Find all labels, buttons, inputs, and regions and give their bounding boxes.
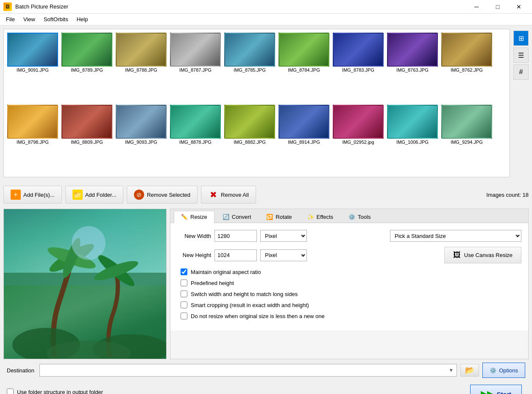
width-input[interactable]	[214, 230, 257, 242]
list-item[interactable]: IMG_8788.JPG	[116, 33, 167, 101]
menu-help[interactable]: Help	[72, 14, 92, 24]
list-item[interactable]: IMG_8787.JPG	[170, 33, 221, 101]
maintain-aspect-label[interactable]: Maintain original aspect ratio	[191, 269, 261, 275]
destination-bar: Destination ▼ 📂 ⚙️ Options	[3, 359, 529, 381]
close-button[interactable]: ✕	[509, 0, 529, 14]
thumbnail	[7, 105, 58, 139]
list-item[interactable]: IMG_8763.JPG	[387, 33, 438, 101]
tab-convert[interactable]: 🔄 Convert	[215, 211, 259, 223]
standard-size-select[interactable]: Pick a Standard Size	[390, 230, 521, 242]
list-item[interactable]: IMG_8784.JPG	[279, 33, 329, 101]
remove-selected-button[interactable]: ⊘ Remove Selected	[127, 186, 198, 204]
do-not-resize-checkbox[interactable]	[181, 313, 187, 319]
resize-tab-icon: ✏️	[181, 214, 188, 220]
list-item[interactable]: IMG_8762.JPG	[441, 33, 492, 101]
settings-panel: ✏️ Resize 🔄 Convert 🔁 Rotate ✨ Effects ⚙…	[170, 209, 529, 359]
tab-rotate[interactable]: 🔁 Rotate	[259, 211, 299, 223]
start-button[interactable]: ▶▶ Start	[470, 385, 522, 394]
title-bar: 🖼 Batch Picture Resizer ─ □ ✕	[0, 0, 532, 14]
thumbnail	[61, 33, 112, 67]
add-folder-button[interactable]: 📁 Add Folder...	[65, 186, 124, 204]
list-item[interactable]: IMG_8785.JPG	[224, 33, 275, 101]
preview-panel	[3, 209, 167, 359]
menu-view[interactable]: View	[19, 14, 39, 24]
thumbnail	[441, 105, 492, 139]
effects-tab-label: Effects	[317, 214, 334, 220]
app-icon: 🖼	[3, 3, 12, 11]
image-grid: IMG_9091.JPG IMG_8789.JPG IMG_8788.JPG I…	[4, 29, 510, 177]
options-gear-icon: ⚙️	[490, 367, 496, 374]
thumbnail	[279, 105, 329, 139]
list-item[interactable]: IMG_8789.JPG	[61, 33, 112, 101]
thumbnail	[279, 33, 329, 67]
use-folder-structure-checkbox[interactable]	[7, 388, 14, 394]
height-input[interactable]	[214, 249, 257, 261]
view-list-button[interactable]: ☰	[513, 48, 529, 63]
view-thumbnails-button[interactable]: ⊞	[513, 31, 529, 46]
predefined-height-label[interactable]: Predefined height	[191, 280, 234, 286]
switch-width-height-label[interactable]: Switch width and height to match long si…	[191, 291, 298, 297]
tools-tab-icon: ⚙️	[348, 214, 355, 220]
remove-all-icon: ✖	[208, 190, 218, 200]
height-label: New Height	[177, 252, 211, 258]
destination-input-wrapper: ▼	[39, 364, 457, 377]
list-item[interactable]: IMG_8783.JPG	[333, 33, 384, 101]
tabs: ✏️ Resize 🔄 Convert 🔁 Rotate ✨ Effects ⚙…	[170, 209, 528, 223]
image-filename: IMG_9093.JPG	[125, 140, 157, 145]
image-filename: IMG_9294.JPG	[451, 140, 483, 145]
canvas-resize-icon: 🖼	[453, 251, 461, 260]
browse-icon: 📂	[465, 366, 474, 375]
list-item[interactable]: IMG_8914.JPG	[279, 105, 329, 173]
height-unit-select[interactable]: Pixel Percent Inch cm	[260, 249, 307, 261]
convert-tab-label: Convert	[232, 214, 251, 220]
do-not-resize-label[interactable]: Do not resize when original size is less…	[191, 313, 325, 319]
use-folder-structure-label[interactable]: Use folder structure in output folder	[17, 389, 103, 394]
tab-tools[interactable]: ⚙️ Tools	[341, 211, 378, 223]
resize-tab-label: Resize	[190, 214, 207, 220]
destination-input[interactable]	[39, 364, 457, 377]
list-item[interactable]: IMG_9294.JPG	[441, 105, 492, 173]
list-item[interactable]: IMG_9093.JPG	[116, 105, 167, 173]
menu-softorbits[interactable]: SoftOrbits	[39, 14, 72, 24]
list-item[interactable]: IMG_8798.JPG	[7, 105, 58, 173]
image-filename: IMG_8809.JPG	[71, 140, 103, 145]
list-item[interactable]: IMG_9091.JPG	[7, 33, 58, 101]
thumbnail	[61, 105, 112, 139]
image-filename: IMG_8914.JPG	[288, 140, 320, 145]
thumbnail	[224, 33, 275, 67]
bottom-section: ✏️ Resize 🔄 Convert 🔁 Rotate ✨ Effects ⚙…	[3, 209, 529, 359]
list-item[interactable]: IMG_1006.JPG	[387, 105, 438, 173]
thumbnail	[441, 33, 492, 67]
options-button[interactable]: ⚙️ Options	[482, 363, 525, 378]
minimize-button[interactable]: ─	[467, 0, 486, 14]
tab-resize[interactable]: ✏️ Resize	[174, 211, 214, 223]
do-not-resize-row: Do not resize when original size is less…	[177, 313, 521, 319]
dropdown-arrow-icon: ▼	[448, 367, 454, 373]
list-item[interactable]: IMG_8882.JPG	[224, 105, 275, 173]
canvas-resize-button[interactable]: 🖼 Use Canvas Resize	[444, 247, 521, 263]
switch-width-height-checkbox[interactable]	[181, 291, 187, 297]
image-filename: IMG_1006.JPG	[396, 140, 429, 145]
remove-all-button[interactable]: ✖ Remove All	[201, 186, 256, 204]
window-controls: ─ □ ✕	[467, 0, 529, 14]
smart-cropping-label[interactable]: Smart cropping (result in exact width an…	[191, 302, 309, 308]
destination-label: Destination	[7, 367, 34, 374]
resize-settings: New Width Pixel Percent Inch cm	[170, 223, 528, 330]
thumbnail	[224, 105, 275, 139]
image-filename: IMG_8785.JPG	[234, 67, 266, 73]
image-filename: IMG_9091.JPG	[17, 67, 49, 73]
tab-effects[interactable]: ✨ Effects	[300, 211, 341, 223]
list-item[interactable]: IMG_02952.jpg	[333, 105, 384, 173]
smart-cropping-row: Smart cropping (result in exact width an…	[177, 302, 521, 308]
view-grid-button[interactable]: #	[513, 64, 529, 80]
list-item[interactable]: IMG_8878.JPG	[170, 105, 221, 173]
menu-file[interactable]: File	[2, 14, 19, 24]
width-unit-select[interactable]: Pixel Percent Inch cm	[260, 230, 307, 242]
maximize-button[interactable]: □	[488, 0, 507, 14]
browse-destination-button[interactable]: 📂	[460, 364, 479, 377]
predefined-height-checkbox[interactable]	[181, 279, 187, 286]
smart-cropping-checkbox[interactable]	[181, 302, 187, 308]
add-files-button[interactable]: + Add File(s)...	[3, 186, 62, 204]
maintain-aspect-checkbox[interactable]	[181, 268, 187, 275]
list-item[interactable]: IMG_8809.JPG	[61, 105, 112, 173]
